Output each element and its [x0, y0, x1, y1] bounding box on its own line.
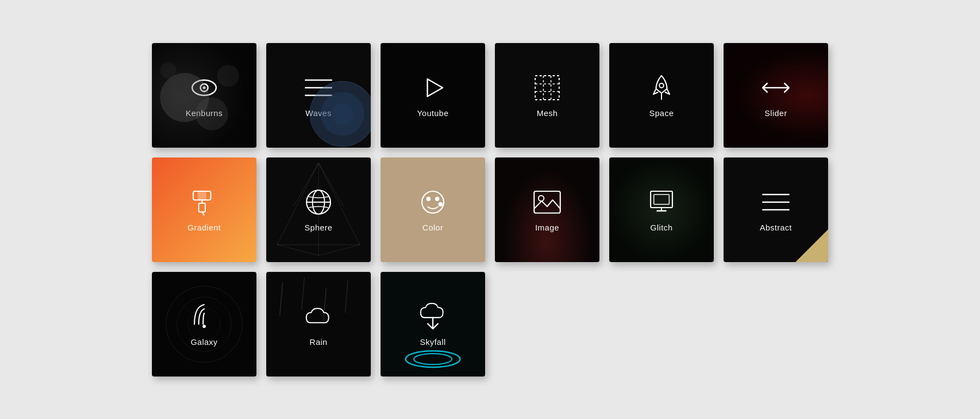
color-label: Color — [422, 223, 443, 232]
skyfall-label: Skyfall — [420, 337, 446, 347]
svg-line-55 — [280, 283, 283, 315]
rocket-icon — [646, 72, 677, 103]
eye-icon — [189, 72, 219, 103]
card-color[interactable]: Color — [381, 157, 485, 262]
svg-point-39 — [426, 197, 431, 201]
svg-point-19 — [659, 83, 664, 88]
sphere-label: Sphere — [304, 223, 332, 232]
card-waves[interactable]: Waves — [266, 43, 371, 148]
card-grid: Kenburns Waves Youtube — [141, 32, 839, 387]
svg-rect-45 — [654, 195, 669, 204]
card-kenburns[interactable]: Kenburns — [152, 43, 256, 148]
mesh-label: Mesh — [537, 108, 558, 118]
svg-rect-23 — [198, 191, 206, 200]
card-space[interactable]: Space — [609, 43, 714, 148]
globe-icon — [303, 187, 334, 217]
menu-lines-icon — [761, 187, 791, 217]
slider-label: Slider — [764, 108, 787, 118]
svg-point-40 — [435, 197, 439, 201]
paint-roller-icon — [189, 187, 219, 217]
card-glitch[interactable]: Glitch — [609, 157, 714, 262]
abstract-label: Abstract — [759, 223, 792, 232]
image-label: Image — [535, 223, 559, 232]
card-gradient[interactable]: Gradient — [152, 157, 256, 262]
youtube-label: Youtube — [417, 108, 449, 118]
kenburns-label: Kenburns — [186, 108, 223, 118]
card-mesh[interactable]: Mesh — [495, 43, 599, 148]
gradient-label: Gradient — [187, 223, 221, 232]
card-galaxy[interactable]: Galaxy — [152, 272, 256, 377]
cloud-icon — [303, 301, 334, 332]
svg-point-2 — [217, 65, 239, 87]
svg-point-54 — [203, 325, 206, 328]
arrows-lr-icon — [761, 72, 791, 103]
image-icon — [532, 187, 562, 217]
waves-label: Waves — [305, 108, 332, 118]
rain-label: Rain — [310, 337, 328, 347]
svg-rect-14 — [535, 76, 559, 100]
card-youtube[interactable]: Youtube — [381, 43, 485, 148]
svg-point-41 — [438, 202, 443, 207]
svg-rect-42 — [534, 191, 560, 213]
svg-rect-25 — [199, 203, 205, 212]
card-image[interactable]: Image — [495, 157, 599, 262]
glitch-icon — [646, 187, 677, 217]
svg-point-43 — [538, 196, 544, 201]
svg-point-6 — [203, 87, 206, 89]
card-slider[interactable]: Slider — [724, 43, 828, 148]
galaxy-label: Galaxy — [191, 337, 218, 347]
svg-line-32 — [318, 245, 360, 256]
svg-point-60 — [414, 354, 452, 365]
svg-line-31 — [277, 245, 318, 256]
grid-dots-icon — [532, 72, 562, 103]
space-label: Space — [649, 108, 673, 118]
palette-icon — [418, 187, 448, 217]
svg-point-59 — [406, 351, 460, 367]
svg-marker-13 — [427, 79, 443, 96]
play-icon — [418, 72, 448, 103]
svg-line-58 — [345, 280, 348, 313]
svg-point-3 — [160, 62, 176, 78]
card-abstract[interactable]: Abstract — [724, 157, 828, 262]
cloud-download-icon — [418, 301, 448, 332]
glitch-label: Glitch — [650, 223, 672, 232]
lines-icon — [303, 72, 334, 103]
card-skyfall[interactable]: Skyfall — [381, 272, 485, 377]
svg-point-9 — [332, 103, 353, 125]
card-rain[interactable]: Rain — [266, 272, 371, 377]
card-sphere[interactable]: Sphere — [266, 157, 371, 262]
signal-icon — [189, 301, 219, 332]
